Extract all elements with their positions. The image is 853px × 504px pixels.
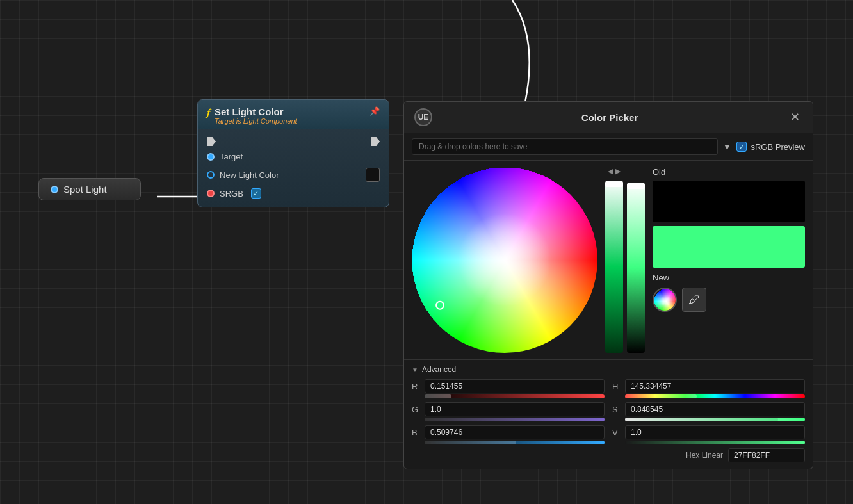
old-color-swatch (653, 181, 805, 222)
color-picker-header: UE Color Picker ✕ (404, 102, 813, 133)
hex-row: Hex Linear (412, 448, 805, 462)
b-letter: B (412, 428, 421, 437)
function-icon: 𝑓 (207, 107, 209, 118)
b-input[interactable] (425, 425, 605, 439)
pin-icon: 📌 (370, 106, 380, 116)
advanced-row: ▼ Advanced (412, 365, 805, 374)
brightness-arrows-top: ◀ ▶ (608, 167, 620, 175)
target-row: Target (198, 149, 389, 165)
s-letter: S (612, 405, 621, 414)
slider-group: R H G (412, 379, 805, 444)
exec-row (198, 134, 389, 149)
s-input[interactable] (625, 402, 805, 416)
color-swatch[interactable] (366, 168, 380, 182)
g-letter: G (412, 405, 421, 414)
g-input[interactable] (425, 402, 605, 416)
close-button[interactable]: ✕ (787, 110, 802, 124)
new-light-color-row: New Light Color (198, 165, 389, 185)
new-label: New (653, 273, 805, 282)
srgb-preview-label: ✓ sRGB Preview (736, 142, 805, 152)
s-slider-row: S (612, 402, 805, 421)
r-slider-row: R (412, 379, 605, 398)
node-body: Target New Light Color SRGB (198, 129, 389, 207)
mini-color-wheel (654, 289, 677, 312)
set-light-node: 𝑓 Set Light Color Target is Light Compon… (197, 99, 389, 207)
eyedropper-icon: 🖊 (688, 293, 700, 307)
new-light-color-pin[interactable] (207, 171, 215, 179)
b-slider-row: B (412, 425, 605, 444)
exec-in-pin[interactable] (207, 137, 216, 146)
eyedropper-button[interactable]: 🖊 (682, 288, 706, 312)
old-label: Old (653, 167, 805, 177)
old-new-panel: Old New 🖊 (653, 167, 805, 353)
new-color-swatch (653, 226, 805, 268)
g-track[interactable] (425, 418, 605, 421)
brightness-slider[interactable] (605, 181, 623, 353)
save-input[interactable] (412, 138, 718, 155)
h-input[interactable] (625, 379, 805, 393)
target-label: Target (220, 152, 243, 161)
save-bar: ▼ ✓ sRGB Preview (404, 133, 813, 161)
spot-light-pin[interactable] (51, 186, 58, 193)
spot-light-label: Spot Light (63, 184, 107, 195)
h-slider-row: H (612, 379, 805, 398)
alpha-slider-container (627, 167, 645, 353)
v-letter: V (612, 428, 621, 437)
s-track[interactable] (625, 418, 805, 421)
exec-out-pin[interactable] (371, 137, 380, 146)
srgb-preview-check[interactable]: ✓ (736, 142, 747, 152)
r-track[interactable] (425, 394, 605, 398)
alpha-handle[interactable] (627, 184, 645, 189)
r-letter: R (412, 382, 421, 391)
color-wheel-area (412, 167, 597, 353)
ue-icon: UE (414, 108, 432, 126)
advanced-arrow-icon: ▼ (412, 366, 418, 373)
spot-light-node: Spot Light (38, 178, 141, 200)
color-picker-bottom: ▼ Advanced R H (404, 359, 813, 469)
h-letter: H (612, 382, 621, 391)
brightness-handle[interactable] (605, 182, 623, 187)
advanced-label: Advanced (422, 365, 456, 374)
node-title: Set Light Color (215, 106, 297, 117)
color-picker-title: Color Picker (432, 112, 787, 123)
v-slider-row: V (612, 425, 805, 444)
srgb-row: SRGB (198, 185, 389, 202)
alpha-slider[interactable] (627, 183, 645, 353)
hex-label: Hex Linear (686, 451, 723, 460)
b-track[interactable] (425, 441, 605, 444)
h-track[interactable] (625, 394, 805, 398)
v-track[interactable] (625, 441, 805, 444)
color-wheel[interactable] (412, 167, 597, 353)
color-icon-button[interactable] (653, 288, 677, 312)
brightness-slider-container: ◀ ▶ (605, 167, 623, 353)
set-light-header: 𝑓 Set Light Color Target is Light Compon… (198, 100, 389, 129)
vertical-sliders: ◀ ▶ (605, 167, 645, 353)
v-input[interactable] (625, 425, 805, 439)
srgb-pin[interactable] (207, 190, 215, 197)
srgb-label: SRGB (220, 189, 243, 199)
g-slider-row: G (412, 402, 605, 421)
srgb-checkbox[interactable] (251, 188, 261, 199)
hex-input[interactable] (728, 448, 805, 462)
srgb-preview-text: sRGB Preview (751, 142, 805, 152)
color-picker-panel: UE Color Picker ✕ ▼ ✓ sRGB Preview ◀ ▶ (403, 101, 813, 469)
node-subtitle: Target is Light Component (215, 117, 297, 125)
target-pin[interactable] (207, 153, 215, 161)
icon-row: 🖊 (653, 288, 805, 312)
r-input[interactable] (425, 379, 605, 393)
new-light-color-label: New Light Color (220, 170, 279, 180)
dropdown-arrow-icon[interactable]: ▼ (723, 142, 732, 152)
color-picker-main: ◀ ▶ Old New (404, 161, 813, 359)
